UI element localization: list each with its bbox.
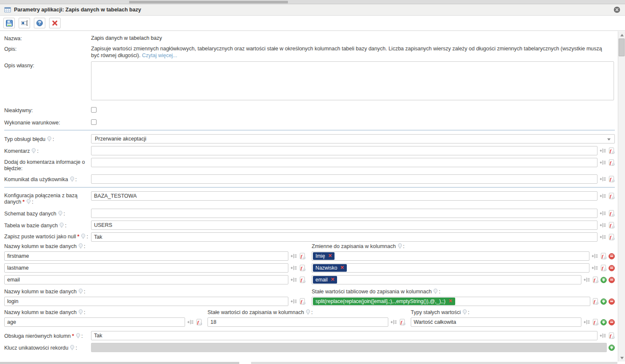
- insert-variable-icon[interactable]: [290, 277, 297, 283]
- constant-value-input[interactable]: 18: [207, 317, 388, 327]
- formula-editor-icon[interactable]: [299, 298, 306, 305]
- komentarz-input[interactable]: [91, 146, 597, 155]
- wykonanie-warunkowe-checkbox[interactable]: [91, 119, 97, 125]
- hint-bulb-icon: [398, 243, 402, 249]
- insert-variable-icon[interactable]: [583, 277, 590, 283]
- hint-bulb-icon: [462, 309, 467, 315]
- formula-editor-icon[interactable]: [608, 234, 615, 240]
- obsluga-nierownych-input[interactable]: Tak: [91, 331, 597, 340]
- hint-bulb-icon: [58, 211, 63, 216]
- row-typ-obslugi-bledu: Typ obsługi błędu: Przerwanie akceptacji: [4, 134, 615, 143]
- formula-editor-icon[interactable]: [399, 319, 406, 325]
- komunikat-input[interactable]: [91, 174, 597, 184]
- formula-editor-icon[interactable]: [196, 319, 202, 325]
- remove-row-icon[interactable]: [608, 298, 615, 305]
- save-button[interactable]: [3, 18, 15, 28]
- variable-tag: Imię✕: [313, 252, 335, 260]
- scroll-up-button[interactable]: [619, 32, 625, 38]
- insert-variable-icon[interactable]: [187, 319, 194, 325]
- add-row-icon[interactable]: [600, 298, 607, 305]
- formula-editor-icon[interactable]: [608, 159, 615, 166]
- table-constant-input[interactable]: split(replace(replace(join([email],;),.,…: [312, 297, 590, 306]
- formula-editor-icon[interactable]: [592, 298, 599, 305]
- row-tabela: Tabela w bazie danych: USERS: [4, 221, 615, 230]
- add-row-icon[interactable]: [608, 345, 615, 351]
- formula-editor-icon[interactable]: [299, 253, 306, 259]
- opis-wlasny-textarea[interactable]: [91, 61, 614, 100]
- columns-header: Nazwy kolumn w bazie danych:: [4, 289, 306, 295]
- column-name-input[interactable]: email: [4, 275, 288, 284]
- read-more-link[interactable]: Czytaj więcej...: [142, 52, 177, 58]
- close-dialog-icon[interactable]: [614, 6, 620, 13]
- obsluga-nierownych-label: Obsługa nierównych kolumn*:: [4, 332, 91, 339]
- vertical-scrollbar[interactable]: [618, 31, 625, 361]
- columns-header: Nazwy kolumn w bazie danych:: [4, 243, 306, 250]
- variable-input[interactable]: email✕: [312, 275, 581, 284]
- remove-row-icon[interactable]: [608, 265, 615, 271]
- hint-bulb-icon: [26, 199, 31, 204]
- formula-editor-icon[interactable]: [600, 253, 607, 259]
- formula-editor-icon[interactable]: [299, 265, 306, 271]
- add-row-icon[interactable]: [600, 319, 607, 325]
- variable-input[interactable]: Nazwisko✕: [312, 263, 589, 273]
- insert-variable-icon[interactable]: [591, 265, 598, 271]
- columns-header: Nazwy kolumn w bazie danych:: [4, 309, 202, 316]
- variable-tag: Nazwisko✕: [313, 264, 347, 272]
- remove-tag-icon[interactable]: ✕: [331, 277, 335, 282]
- formula-editor-icon[interactable]: [592, 319, 599, 325]
- formula-editor-icon[interactable]: [600, 265, 607, 271]
- dodaj-do-komentarza-input[interactable]: [91, 158, 597, 167]
- nieaktywny-checkbox[interactable]: [91, 107, 97, 113]
- rename-button[interactable]: [19, 18, 30, 28]
- remove-tag-icon[interactable]: ✕: [448, 299, 453, 304]
- add-row-icon[interactable]: [600, 277, 607, 283]
- insert-variable-icon[interactable]: [599, 333, 606, 339]
- formula-editor-icon[interactable]: [608, 193, 615, 199]
- formula-editor-icon[interactable]: [299, 276, 306, 283]
- remove-tag-icon[interactable]: ✕: [328, 254, 332, 259]
- schemat-input[interactable]: [91, 209, 597, 218]
- variable-row: Nazwisko✕: [312, 263, 615, 273]
- remove-row-icon[interactable]: [608, 319, 615, 325]
- hint-bulb-icon: [78, 243, 83, 249]
- typ-obslugi-bledu-select[interactable]: Przerwanie akceptacji: [91, 134, 615, 143]
- insert-variable-icon[interactable]: [599, 210, 606, 216]
- variable-input[interactable]: Imię✕: [312, 251, 589, 261]
- scroll-down-button[interactable]: [619, 355, 625, 361]
- column-name-input[interactable]: login: [4, 297, 288, 306]
- scrollbar-thumb[interactable]: [619, 39, 625, 56]
- insert-variable-icon[interactable]: [599, 148, 606, 154]
- remove-tag-icon[interactable]: ✕: [340, 265, 344, 270]
- formula-editor-icon[interactable]: [608, 222, 615, 229]
- formula-editor-icon[interactable]: [592, 276, 599, 283]
- insert-variable-icon[interactable]: [599, 160, 606, 165]
- insert-variable-icon[interactable]: [599, 193, 606, 199]
- column-name-input[interactable]: age: [4, 317, 185, 327]
- remove-row-icon[interactable]: [608, 253, 615, 259]
- nieaktywny-label: Nieaktywny:: [4, 106, 91, 114]
- formula-editor-icon[interactable]: [608, 210, 615, 217]
- insert-variable-icon[interactable]: [390, 319, 397, 325]
- insert-variable-icon[interactable]: [599, 222, 606, 228]
- zapisz-puste-input[interactable]: Tak: [91, 232, 597, 242]
- insert-variable-icon[interactable]: [290, 265, 297, 271]
- remove-row-icon[interactable]: [608, 277, 615, 283]
- insert-variable-icon[interactable]: [290, 298, 297, 304]
- column-name-input[interactable]: firstname: [4, 251, 288, 261]
- tabela-input[interactable]: USERS: [91, 221, 597, 230]
- formula-editor-icon[interactable]: [608, 147, 615, 154]
- formula-editor-icon[interactable]: [608, 176, 615, 182]
- insert-variable-icon[interactable]: [290, 253, 297, 259]
- help-button[interactable]: [34, 18, 45, 28]
- column-name-input[interactable]: lastname: [4, 263, 288, 273]
- konfiguracja-input[interactable]: BAZA_TESTOWA: [91, 191, 597, 201]
- delete-button[interactable]: [49, 18, 61, 28]
- insert-variable-icon[interactable]: [591, 253, 598, 259]
- insert-variable-icon[interactable]: [599, 176, 606, 182]
- insert-variable-icon[interactable]: [599, 234, 606, 240]
- insert-variable-icon[interactable]: [583, 319, 590, 325]
- formula-editor-icon[interactable]: [608, 332, 615, 339]
- save-icon: [6, 19, 13, 27]
- table-constants-header: Stałe wartości tablicowe do zapisania w …: [312, 289, 615, 295]
- constant-type-input[interactable]: Wartość całkowita: [411, 317, 581, 327]
